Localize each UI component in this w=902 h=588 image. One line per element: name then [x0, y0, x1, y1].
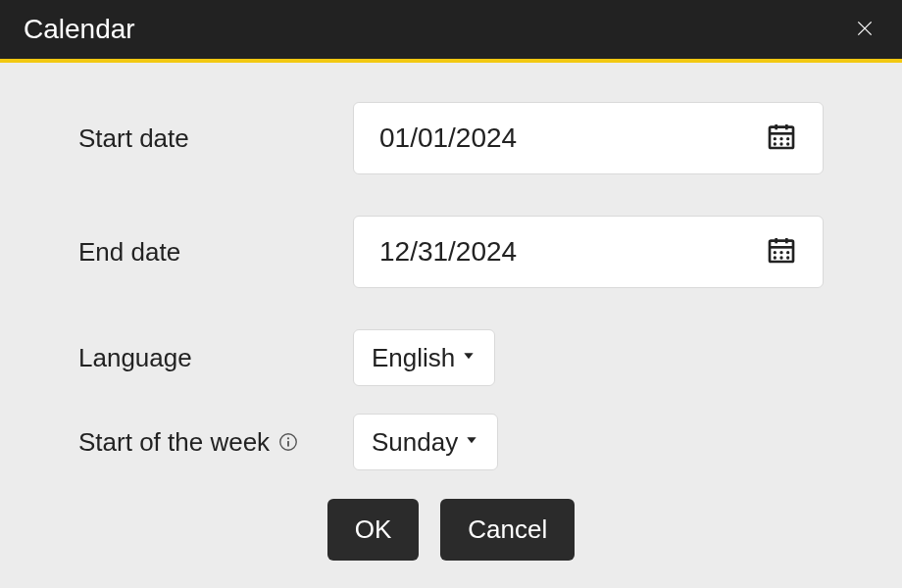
svg-point-24	[287, 437, 289, 439]
close-button[interactable]	[851, 15, 878, 45]
svg-marker-22	[465, 353, 474, 359]
end-date-input[interactable]: 12/31/2024	[353, 216, 824, 288]
caret-down-icon	[464, 432, 479, 452]
info-icon[interactable]	[277, 431, 299, 453]
ok-button[interactable]: OK	[327, 499, 420, 561]
end-date-label: End date	[78, 237, 353, 268]
form-area: Start date 01/01/2024 End date 12/31/202…	[0, 63, 902, 470]
end-date-value: 12/31/2024	[379, 236, 517, 268]
start-date-row: Start date 01/01/2024	[78, 102, 824, 174]
start-date-input[interactable]: 01/01/2024	[353, 102, 824, 174]
svg-rect-25	[287, 441, 289, 447]
start-date-value: 01/01/2024	[379, 122, 517, 154]
start-week-label-text: Start of the week	[78, 427, 270, 458]
caret-down-icon	[461, 348, 476, 368]
titlebar: Calendar	[0, 0, 902, 59]
start-date-label: Start date	[78, 123, 353, 154]
start-week-select[interactable]: Sunday	[353, 414, 498, 470]
language-value: English	[372, 343, 455, 373]
language-select[interactable]: English	[353, 329, 495, 386]
start-week-label: Start of the week	[78, 427, 353, 458]
dialog-title: Calendar	[24, 14, 135, 45]
language-row: Language English	[78, 329, 824, 386]
calendar-icon[interactable]	[766, 121, 797, 156]
start-week-value: Sunday	[372, 427, 458, 458]
end-date-row: End date 12/31/2024	[78, 216, 824, 288]
calendar-icon[interactable]	[766, 234, 797, 270]
close-icon	[855, 26, 875, 41]
start-week-row: Start of the week Sunday	[78, 414, 824, 470]
language-label: Language	[78, 343, 353, 373]
dialog-footer: OK Cancel	[0, 499, 902, 561]
svg-marker-26	[468, 437, 476, 443]
cancel-button[interactable]: Cancel	[440, 499, 575, 561]
